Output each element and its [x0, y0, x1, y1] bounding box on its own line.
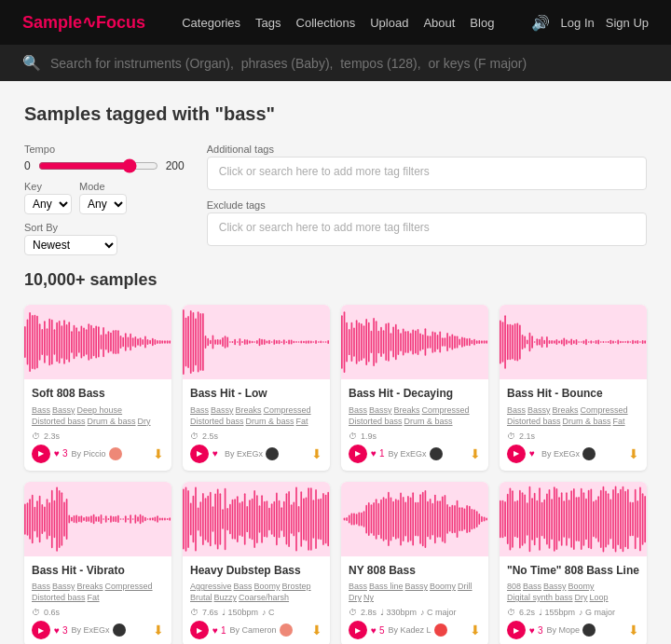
card-tag[interactable]: Compressed — [264, 405, 311, 415]
card-tag[interactable]: Buzzy — [214, 593, 238, 602]
sample-card[interactable]: Heavy Dubstep Bass Aggressive Bass Boomy… — [183, 482, 330, 644]
nav-blog[interactable]: Blog — [470, 16, 494, 30]
card-tag[interactable]: Drum & bass — [88, 417, 136, 426]
sample-card[interactable]: "No Time" 808 Bass Line 808 Bass Bassy B… — [500, 482, 647, 644]
nav-tags[interactable]: Tags — [255, 16, 281, 30]
exclude-tags-input[interactable]: Click or search here to add more tag fil… — [207, 212, 647, 246]
card-tag[interactable]: Bass line — [369, 582, 404, 591]
nav-about[interactable]: About — [423, 16, 455, 30]
card-tag[interactable]: Bassy — [405, 582, 429, 591]
svg-rect-91 — [259, 338, 261, 346]
card-tag[interactable]: Boomy — [568, 582, 595, 591]
download-icon[interactable]: ⬇ — [311, 623, 322, 637]
card-tag[interactable]: Coarse/harsh — [239, 593, 289, 602]
card-tag[interactable]: Loop — [590, 593, 609, 602]
card-tag[interactable]: 808 — [507, 582, 521, 591]
download-icon[interactable]: ⬇ — [153, 623, 164, 637]
play-button[interactable]: ▶ — [190, 621, 209, 639]
card-tags: Bass Bass line Bassy Boomy Drill Dry Ny — [349, 582, 481, 602]
card-tag[interactable]: Distorted bass — [32, 593, 86, 602]
download-icon[interactable]: ⬇ — [470, 446, 481, 461]
card-tag[interactable]: Dry — [575, 593, 588, 602]
sample-card[interactable]: Bass Hit - Vibrato Bass Bassy Breaks Com… — [24, 482, 171, 644]
svg-rect-27 — [90, 325, 92, 360]
sample-card[interactable]: Bass Hit - Decaying Bass Bassy Breaks Co… — [341, 305, 488, 471]
card-tag[interactable]: Distorted bass — [32, 417, 86, 426]
card-tag[interactable]: Bassy — [52, 405, 75, 415]
card-tag[interactable]: Fat — [296, 417, 308, 426]
download-icon[interactable]: ⬇ — [311, 446, 322, 461]
card-tag[interactable]: Bass — [507, 405, 526, 415]
card-tag[interactable]: Bassy — [543, 582, 567, 591]
play-button[interactable]: ▶ — [349, 445, 367, 463]
svg-rect-63 — [190, 310, 192, 374]
key-select[interactable]: Any — [24, 194, 72, 214]
sort-label: Sort By — [24, 222, 185, 233]
svg-rect-445 — [561, 492, 563, 545]
card-tag[interactable]: Distorted bass — [507, 417, 561, 426]
svg-rect-29 — [95, 326, 97, 359]
play-button[interactable]: ▶ — [32, 621, 50, 639]
mode-select[interactable]: Any — [79, 194, 127, 214]
card-tag[interactable]: Aggressive — [190, 582, 232, 591]
card-tag[interactable]: Bass — [32, 405, 50, 415]
card-tag[interactable]: Brutal — [190, 593, 212, 602]
tempo-slider[interactable] — [38, 158, 158, 173]
download-icon[interactable]: ⬇ — [153, 446, 164, 461]
card-tag[interactable]: Compressed — [105, 582, 153, 591]
card-tag[interactable]: Drum & bass — [404, 417, 453, 426]
play-button[interactable]: ▶ — [349, 621, 367, 639]
download-icon[interactable]: ⬇ — [628, 446, 639, 461]
card-tag[interactable]: Breaks — [553, 405, 579, 415]
card-tag[interactable]: Bassy — [527, 405, 551, 415]
sample-card[interactable]: Bass Hit - Low Bass Bassy Breaks Compres… — [183, 305, 330, 471]
login-link[interactable]: Log In — [561, 16, 595, 30]
logo[interactable]: Sample∿Focus — [22, 12, 145, 33]
sample-card[interactable]: Soft 808 Bass Bass Bassy Deep house Dist… — [24, 305, 171, 471]
nav-upload[interactable]: Upload — [370, 16, 408, 30]
card-tag[interactable]: Ny — [363, 593, 374, 602]
card-tag[interactable]: Compressed — [422, 405, 470, 415]
card-tag[interactable]: Breaks — [236, 405, 262, 415]
additional-tags-input[interactable]: Click or search here to add more tag fil… — [207, 157, 647, 190]
card-tag[interactable]: Bass — [190, 405, 209, 415]
download-icon[interactable]: ⬇ — [470, 623, 481, 637]
card-tag[interactable]: Compressed — [581, 405, 628, 415]
card-tag[interactable]: Bassy — [52, 582, 75, 591]
card-tag[interactable]: Boomy — [254, 582, 281, 591]
card-tag[interactable]: Fat — [613, 417, 625, 426]
card-tag[interactable]: Brostep — [282, 582, 311, 591]
card-tag[interactable]: Distorted bass — [190, 417, 244, 426]
download-icon[interactable]: ⬇ — [628, 623, 639, 637]
card-tag[interactable]: Bass — [349, 405, 367, 415]
card-tag[interactable]: Deep house — [77, 405, 123, 415]
card-tag[interactable]: Bass — [523, 582, 541, 591]
card-tag[interactable]: Digital synth bass — [507, 593, 573, 602]
sort-select[interactable]: Newest — [24, 235, 117, 255]
play-button[interactable]: ▶ — [32, 445, 50, 463]
play-button[interactable]: ▶ — [507, 445, 526, 463]
card-tag[interactable]: Boomy — [430, 582, 456, 591]
play-button[interactable]: ▶ — [190, 445, 209, 463]
sample-card[interactable]: NY 808 Bass Bass Bass line Bassy Boomy D… — [341, 482, 488, 644]
card-tag[interactable]: Dry — [349, 593, 362, 602]
card-tag[interactable]: Bass — [234, 582, 253, 591]
card-tag[interactable]: Bass — [349, 582, 367, 591]
nav-categories[interactable]: Categories — [182, 16, 240, 30]
card-tag[interactable]: Distorted bass — [349, 417, 403, 426]
sample-card[interactable]: Bass Hit - Bounce Bass Bassy Breaks Comp… — [500, 305, 647, 471]
card-tag[interactable]: Drum & bass — [246, 417, 294, 426]
card-tag[interactable]: Drum & bass — [563, 417, 611, 426]
search-input[interactable] — [50, 56, 649, 71]
play-button[interactable]: ▶ — [507, 621, 526, 639]
card-tag[interactable]: Breaks — [77, 582, 103, 591]
nav-collections[interactable]: Collections — [296, 16, 356, 30]
card-tag[interactable]: Breaks — [394, 405, 420, 415]
card-tag[interactable]: Bass — [32, 582, 50, 591]
card-tag[interactable]: Dry — [138, 417, 151, 426]
card-tag[interactable]: Bassy — [211, 405, 234, 415]
card-tag[interactable]: Drill — [458, 582, 472, 591]
card-tag[interactable]: Bassy — [369, 405, 392, 415]
signup-link[interactable]: Sign Up — [606, 16, 649, 30]
card-tag[interactable]: Fat — [88, 593, 100, 602]
